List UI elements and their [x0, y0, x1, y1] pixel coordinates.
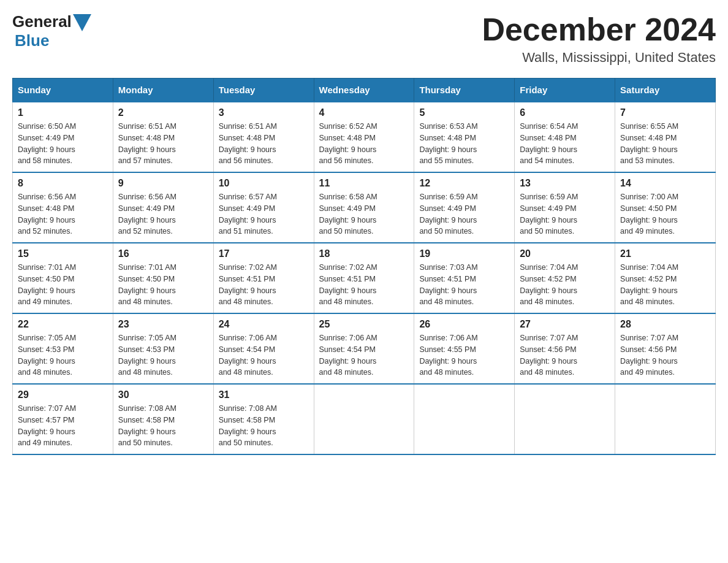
- page-header: General Blue December 2024 Walls, Missis…: [12, 12, 716, 66]
- day-info: Sunrise: 6:59 AM Sunset: 4:49 PM Dayligh…: [419, 191, 509, 237]
- day-number: 4: [319, 107, 409, 118]
- day-number: 15: [18, 248, 108, 259]
- calendar-cell: 19 Sunrise: 7:03 AM Sunset: 4:51 PM Dayl…: [414, 243, 515, 313]
- day-number: 7: [620, 107, 710, 118]
- day-info: Sunrise: 7:07 AM Sunset: 4:56 PM Dayligh…: [520, 332, 610, 378]
- day-info: Sunrise: 6:57 AM Sunset: 4:49 PM Dayligh…: [219, 191, 309, 237]
- calendar-cell: 4 Sunrise: 6:52 AM Sunset: 4:48 PM Dayli…: [314, 102, 414, 172]
- logo-general-text: General: [12, 12, 72, 31]
- day-info: Sunrise: 6:51 AM Sunset: 4:48 PM Dayligh…: [118, 121, 208, 167]
- calendar-cell: 12 Sunrise: 6:59 AM Sunset: 4:49 PM Dayl…: [414, 172, 515, 243]
- day-info: Sunrise: 6:50 AM Sunset: 4:49 PM Dayligh…: [18, 121, 108, 167]
- calendar-cell: [314, 384, 414, 454]
- month-title: December 2024: [482, 12, 716, 47]
- calendar-week-row: 15 Sunrise: 7:01 AM Sunset: 4:50 PM Dayl…: [13, 243, 716, 313]
- calendar-cell: 25 Sunrise: 7:06 AM Sunset: 4:54 PM Dayl…: [314, 313, 414, 384]
- day-number: 31: [219, 389, 309, 400]
- day-number: 28: [620, 319, 710, 330]
- day-number: 11: [319, 178, 409, 189]
- day-info: Sunrise: 7:08 AM Sunset: 4:58 PM Dayligh…: [219, 403, 309, 449]
- calendar-cell: 15 Sunrise: 7:01 AM Sunset: 4:50 PM Dayl…: [13, 243, 113, 313]
- calendar-cell: [414, 384, 515, 454]
- day-info: Sunrise: 6:56 AM Sunset: 4:48 PM Dayligh…: [18, 191, 108, 237]
- calendar-cell: 1 Sunrise: 6:50 AM Sunset: 4:49 PM Dayli…: [13, 102, 113, 172]
- day-info: Sunrise: 7:00 AM Sunset: 4:50 PM Dayligh…: [620, 191, 710, 237]
- svg-marker-0: [73, 14, 91, 31]
- calendar-cell: 29 Sunrise: 7:07 AM Sunset: 4:57 PM Dayl…: [13, 384, 113, 454]
- calendar-week-row: 1 Sunrise: 6:50 AM Sunset: 4:49 PM Dayli…: [13, 102, 716, 172]
- calendar-cell: 13 Sunrise: 6:59 AM Sunset: 4:49 PM Dayl…: [515, 172, 615, 243]
- day-info: Sunrise: 7:06 AM Sunset: 4:54 PM Dayligh…: [219, 332, 309, 378]
- calendar-cell: 10 Sunrise: 6:57 AM Sunset: 4:49 PM Dayl…: [213, 172, 314, 243]
- calendar-cell: 11 Sunrise: 6:58 AM Sunset: 4:49 PM Dayl…: [314, 172, 414, 243]
- weekday-header-sunday: Sunday: [13, 79, 113, 102]
- calendar-cell: 23 Sunrise: 7:05 AM Sunset: 4:53 PM Dayl…: [113, 313, 213, 384]
- day-number: 10: [219, 178, 309, 189]
- day-info: Sunrise: 7:02 AM Sunset: 4:51 PM Dayligh…: [319, 262, 409, 308]
- day-number: 25: [319, 319, 409, 330]
- day-info: Sunrise: 7:01 AM Sunset: 4:50 PM Dayligh…: [18, 262, 108, 308]
- day-number: 13: [520, 178, 610, 189]
- calendar-cell: 16 Sunrise: 7:01 AM Sunset: 4:50 PM Dayl…: [113, 243, 213, 313]
- logo-blue-text: Blue: [15, 31, 49, 50]
- day-info: Sunrise: 7:07 AM Sunset: 4:57 PM Dayligh…: [18, 403, 108, 449]
- day-number: 19: [419, 248, 509, 259]
- calendar-cell: 8 Sunrise: 6:56 AM Sunset: 4:48 PM Dayli…: [13, 172, 113, 243]
- calendar-cell: 7 Sunrise: 6:55 AM Sunset: 4:48 PM Dayli…: [615, 102, 716, 172]
- day-info: Sunrise: 7:05 AM Sunset: 4:53 PM Dayligh…: [18, 332, 108, 378]
- calendar-week-row: 22 Sunrise: 7:05 AM Sunset: 4:53 PM Dayl…: [13, 313, 716, 384]
- calendar-cell: 5 Sunrise: 6:53 AM Sunset: 4:48 PM Dayli…: [414, 102, 515, 172]
- day-number: 3: [219, 107, 309, 118]
- day-info: Sunrise: 7:06 AM Sunset: 4:54 PM Dayligh…: [319, 332, 409, 378]
- calendar-cell: 18 Sunrise: 7:02 AM Sunset: 4:51 PM Dayl…: [314, 243, 414, 313]
- calendar-week-row: 8 Sunrise: 6:56 AM Sunset: 4:48 PM Dayli…: [13, 172, 716, 243]
- day-number: 17: [219, 248, 309, 259]
- calendar-cell: [615, 384, 716, 454]
- day-info: Sunrise: 7:03 AM Sunset: 4:51 PM Dayligh…: [419, 262, 509, 308]
- weekday-header-thursday: Thursday: [414, 79, 515, 102]
- calendar-cell: [515, 384, 615, 454]
- logo-icon: [73, 14, 91, 31]
- day-number: 26: [419, 319, 509, 330]
- weekday-header-monday: Monday: [113, 79, 213, 102]
- calendar-cell: 14 Sunrise: 7:00 AM Sunset: 4:50 PM Dayl…: [615, 172, 716, 243]
- day-number: 20: [520, 248, 610, 259]
- day-info: Sunrise: 7:05 AM Sunset: 4:53 PM Dayligh…: [118, 332, 208, 378]
- calendar-cell: 27 Sunrise: 7:07 AM Sunset: 4:56 PM Dayl…: [515, 313, 615, 384]
- day-number: 6: [520, 107, 610, 118]
- day-info: Sunrise: 7:04 AM Sunset: 4:52 PM Dayligh…: [620, 262, 710, 308]
- day-info: Sunrise: 6:51 AM Sunset: 4:48 PM Dayligh…: [219, 121, 309, 167]
- calendar-cell: 30 Sunrise: 7:08 AM Sunset: 4:58 PM Dayl…: [113, 384, 213, 454]
- day-number: 16: [118, 248, 208, 259]
- day-number: 23: [118, 319, 208, 330]
- day-info: Sunrise: 7:02 AM Sunset: 4:51 PM Dayligh…: [219, 262, 309, 308]
- day-number: 30: [118, 389, 208, 400]
- day-number: 22: [18, 319, 108, 330]
- calendar-cell: 17 Sunrise: 7:02 AM Sunset: 4:51 PM Dayl…: [213, 243, 314, 313]
- day-number: 14: [620, 178, 710, 189]
- calendar-cell: 24 Sunrise: 7:06 AM Sunset: 4:54 PM Dayl…: [213, 313, 314, 384]
- weekday-header-friday: Friday: [515, 79, 615, 102]
- day-info: Sunrise: 6:56 AM Sunset: 4:49 PM Dayligh…: [118, 191, 208, 237]
- calendar-cell: 31 Sunrise: 7:08 AM Sunset: 4:58 PM Dayl…: [213, 384, 314, 454]
- calendar-cell: 26 Sunrise: 7:06 AM Sunset: 4:55 PM Dayl…: [414, 313, 515, 384]
- day-number: 18: [319, 248, 409, 259]
- day-info: Sunrise: 6:53 AM Sunset: 4:48 PM Dayligh…: [419, 121, 509, 167]
- calendar-cell: 20 Sunrise: 7:04 AM Sunset: 4:52 PM Dayl…: [515, 243, 615, 313]
- weekday-header-row: SundayMondayTuesdayWednesdayThursdayFrid…: [13, 79, 716, 102]
- logo: General Blue: [12, 12, 91, 50]
- weekday-header-saturday: Saturday: [615, 79, 716, 102]
- day-number: 2: [118, 107, 208, 118]
- day-info: Sunrise: 7:07 AM Sunset: 4:56 PM Dayligh…: [620, 332, 710, 378]
- day-number: 12: [419, 178, 509, 189]
- day-info: Sunrise: 6:58 AM Sunset: 4:49 PM Dayligh…: [319, 191, 409, 237]
- calendar-cell: 28 Sunrise: 7:07 AM Sunset: 4:56 PM Dayl…: [615, 313, 716, 384]
- day-info: Sunrise: 6:54 AM Sunset: 4:48 PM Dayligh…: [520, 121, 610, 167]
- day-number: 24: [219, 319, 309, 330]
- day-number: 27: [520, 319, 610, 330]
- day-info: Sunrise: 6:52 AM Sunset: 4:48 PM Dayligh…: [319, 121, 409, 167]
- day-info: Sunrise: 7:01 AM Sunset: 4:50 PM Dayligh…: [118, 262, 208, 308]
- calendar-cell: 3 Sunrise: 6:51 AM Sunset: 4:48 PM Dayli…: [213, 102, 314, 172]
- day-info: Sunrise: 7:06 AM Sunset: 4:55 PM Dayligh…: [419, 332, 509, 378]
- day-number: 8: [18, 178, 108, 189]
